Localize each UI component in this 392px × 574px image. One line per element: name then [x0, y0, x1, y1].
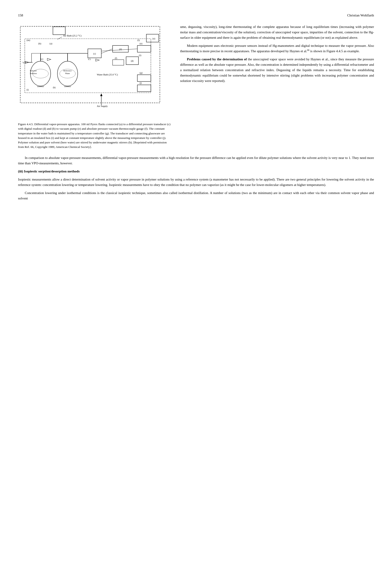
svg-marker-48 — [100, 93, 103, 96]
svg-rect-34 — [137, 85, 151, 92]
section-heading: (iii) Isopiestic sorption/desorption met… — [18, 169, 374, 174]
svg-text:(m): (m) — [27, 39, 30, 42]
svg-line-2 — [57, 37, 62, 39]
svg-text:Water: Water — [65, 72, 70, 75]
svg-text:V2: V2 — [41, 58, 43, 61]
svg-text:(e): (e) — [152, 37, 155, 40]
svg-text:(d): (d) — [131, 60, 134, 62]
svg-text:Reference: Reference — [63, 70, 72, 72]
page-number: 158 — [18, 14, 23, 17]
svg-text:(j): (j) — [140, 82, 142, 84]
svg-text:(i): (i) — [139, 54, 141, 57]
svg-text:Polymer: Polymer — [30, 70, 37, 72]
bottom-section: In comparison to absolute vapor-pressure… — [18, 155, 374, 201]
svg-text:Air Supply: Air Supply — [97, 105, 108, 107]
svg-text:V3: V3 — [88, 58, 90, 61]
svg-marker-41 — [96, 59, 99, 61]
svg-text:(c): (c) — [93, 52, 96, 55]
left-column: Air Bath (25.2 °C) Water Bath (25.0 °C) … — [18, 24, 171, 149]
svg-text:Solution: Solution — [30, 72, 37, 75]
right-para2: Modern equipment uses electronic pressur… — [180, 43, 374, 54]
svg-text:(a): (a) — [50, 42, 52, 45]
svg-rect-25 — [137, 45, 151, 52]
svg-text:(h): (h) — [53, 86, 56, 89]
svg-rect-3 — [25, 39, 151, 93]
svg-text:(b): (b) — [38, 42, 41, 45]
svg-rect-52 — [53, 27, 65, 35]
svg-text:(i): (i) — [27, 88, 29, 91]
author-name: Christian Wohlfarth — [347, 14, 374, 17]
svg-text:(l): (l) — [137, 39, 140, 42]
right-para1: ume, degassing, viscosity), long-time th… — [180, 24, 374, 40]
bottom-para2: Isopiestic measurements allow a direct d… — [18, 177, 374, 187]
bottom-para1: In comparison to absolute vapor-pressure… — [18, 155, 374, 166]
right-para3: Problems caused by the determination of … — [180, 57, 374, 83]
right-column: ume, degassing, viscosity), long-time th… — [180, 24, 374, 149]
ref-66: 66 — [307, 49, 309, 51]
bold-start: Problems caused by the determination of — [187, 57, 247, 61]
bottom-para3: Concentration lowering under isothermal … — [18, 190, 374, 201]
figure-container: Air Bath (25.2 °C) Water Bath (25.0 °C) … — [18, 24, 164, 119]
figure-caption: Figure 4.4.5. Differential vapor-pressur… — [18, 122, 171, 149]
svg-rect-45 — [113, 60, 124, 65]
svg-text:(d): (d) — [119, 48, 122, 51]
svg-marker-39 — [47, 58, 51, 61]
svg-rect-0 — [20, 26, 160, 103]
svg-text:(g): (g) — [140, 71, 143, 74]
svg-text:Water Bath (25.0 °C): Water Bath (25.0 °C) — [97, 73, 118, 76]
svg-text:Air Bath (25.2 °C): Air Bath (25.2 °C) — [63, 34, 82, 37]
svg-text:(e): (e) — [140, 42, 143, 45]
svg-rect-28 — [137, 75, 151, 82]
svg-text:(f): (f) — [115, 57, 117, 60]
